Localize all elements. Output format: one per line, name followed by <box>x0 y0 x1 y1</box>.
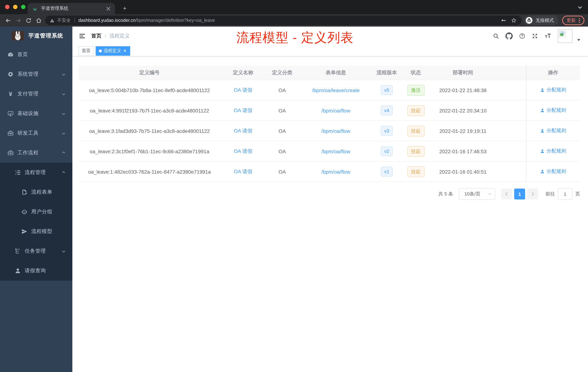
sidebar-item-label: 流程表单 <box>31 189 52 196</box>
cell-actions: 分配规则 <box>526 128 580 134</box>
next-page-button[interactable] <box>527 188 538 199</box>
table-row: oa_leave:4:991f2193-7b7f-11ec-a3c8-acde4… <box>79 100 580 121</box>
tag-active[interactable]: 流程定义 <box>96 46 130 55</box>
home-icon[interactable] <box>33 15 44 25</box>
back-icon[interactable] <box>3 15 13 25</box>
zoom-window-button[interactable] <box>21 5 25 9</box>
font-size-icon[interactable] <box>544 33 552 40</box>
breadcrumb-home[interactable]: 首页 <box>91 33 101 39</box>
form-link[interactable]: /bpm/oa/flow <box>321 148 350 154</box>
cell-version: v2 <box>373 146 400 156</box>
cell-status: 挂起 <box>400 166 431 177</box>
sidebar: 芋道管理系统 首页 系统管理 ¥ 支付管理 基础设施 研发工具 工作流程 流程管… <box>0 27 72 372</box>
column-header: 表单信息 <box>299 69 373 76</box>
sidebar-logo[interactable]: 芋道管理系统 <box>0 27 72 45</box>
cell-category: OA <box>266 128 299 134</box>
version-badge: v4 <box>380 106 393 115</box>
forward-icon[interactable] <box>13 15 23 25</box>
browser-tab[interactable]: 芋道管理系统 <box>28 3 115 14</box>
reload-icon[interactable] <box>23 15 33 25</box>
tab-search-icon[interactable] <box>577 4 583 10</box>
status-badge: 挂起 <box>407 125 425 136</box>
bookmark-star-icon[interactable] <box>511 17 517 23</box>
sidebar-item-leave-query[interactable]: 请假查询 <box>0 261 72 281</box>
sidebar-item-home[interactable]: 首页 <box>0 45 72 65</box>
goto-page-input[interactable] <box>558 188 572 200</box>
cell-category: OA <box>266 87 299 93</box>
sidebar-item-label: 流程管理 <box>25 169 46 176</box>
cell-form: /bpm/oa/flow <box>299 128 373 134</box>
sidebar-item-task-manage[interactable]: 任务管理 <box>0 241 72 261</box>
tab-close-icon[interactable] <box>105 6 111 11</box>
help-icon[interactable] <box>519 33 525 39</box>
incognito-icon <box>525 17 533 24</box>
definition-name-link[interactable]: OA 请假 <box>234 148 252 154</box>
password-key-icon[interactable] <box>501 17 506 23</box>
cell-deploy-time: 2022-01-16 17:46:53 <box>431 148 494 154</box>
hamburger-icon[interactable] <box>79 33 86 40</box>
address-bar[interactable]: 不安全 dashboard.yudao.iocoder.cn/bpm/manag… <box>45 16 521 25</box>
paper-plane-icon <box>21 228 28 235</box>
assign-rule-link[interactable]: 分配规则 <box>540 168 566 175</box>
form-link[interactable]: /bpm/oa/flow <box>321 128 350 134</box>
tab-title: 芋道管理系统 <box>41 5 105 12</box>
cell-category: OA <box>266 108 299 113</box>
browser-menu-icon[interactable] <box>579 18 580 23</box>
url-path: /bpm/manager/definition?key=oa_leave <box>136 18 215 23</box>
assign-rule-link[interactable]: 分配规则 <box>540 107 566 114</box>
close-window-button[interactable] <box>5 5 10 9</box>
github-icon[interactable] <box>505 33 513 40</box>
browser-update-button[interactable]: 更新 <box>562 16 584 25</box>
sidebar-item-label: 研发工具 <box>17 130 39 136</box>
cell-actions: 分配规则 <box>526 148 580 155</box>
cell-status: 挂起 <box>400 125 431 136</box>
definition-name-link[interactable]: OA 请假 <box>234 107 252 113</box>
cell-version: v1 <box>373 167 400 176</box>
page-size-select[interactable]: 10条/页 <box>459 188 495 200</box>
current-page-button[interactable]: 1 <box>514 188 525 199</box>
sidebar-item-process-form[interactable]: 流程表单 <box>0 182 72 202</box>
form-link[interactable]: /bpm/oa/leave/create <box>312 87 360 93</box>
minimize-window-button[interactable] <box>13 5 17 9</box>
column-header: 部署时间 <box>431 69 494 76</box>
warning-icon <box>50 18 54 23</box>
definition-name-link[interactable]: OA 请假 <box>234 168 252 174</box>
url-divider <box>74 18 75 23</box>
cell-definition-name: OA 请假 <box>220 148 266 154</box>
sidebar-item-payment[interactable]: ¥ 支付管理 <box>0 84 72 104</box>
user-icon <box>15 268 21 274</box>
assign-rule-link[interactable]: 分配规则 <box>540 148 566 154</box>
security-label[interactable]: 不安全 <box>57 17 71 23</box>
browser-tabstrip: 芋道管理系统 <box>0 0 588 14</box>
cell-version: v4 <box>373 106 400 115</box>
fullscreen-icon[interactable] <box>532 33 538 39</box>
sidebar-item-infrastructure[interactable]: 基础设施 <box>0 104 72 123</box>
column-header: 定义编号 <box>79 69 220 76</box>
monitor-icon <box>7 110 14 117</box>
breadcrumb-separator: / <box>105 33 106 39</box>
tag-close-icon[interactable] <box>123 49 127 53</box>
sidebar-item-system[interactable]: 系统管理 <box>0 65 72 84</box>
screen: 芋道管理系统 不安全 dashboard.yudao.iocoder.cn/bp… <box>0 0 588 372</box>
tags-view-bar: 首页 流程定义 <box>72 45 588 56</box>
assign-rule-link[interactable]: 分配规则 <box>540 128 566 134</box>
sidebar-item-process-manage[interactable]: 流程管理 <box>0 163 72 182</box>
definition-name-link[interactable]: OA 请假 <box>234 87 252 93</box>
new-tab-button[interactable] <box>121 4 129 12</box>
caret-down-icon[interactable] <box>577 37 581 41</box>
form-link[interactable]: /bpm/oa/flow <box>321 169 350 175</box>
sidebar-item-label: 基础设施 <box>17 110 39 117</box>
definition-name-link[interactable]: OA 请假 <box>234 128 252 133</box>
sidebar-item-dev-tools[interactable]: 研发工具 <box>0 123 72 143</box>
avatar[interactable] <box>558 29 572 43</box>
search-icon[interactable] <box>493 33 499 39</box>
column-header: 流程版本 <box>373 69 400 76</box>
assign-rule-link[interactable]: 分配规则 <box>540 87 566 93</box>
form-link[interactable]: /bpm/oa/flow <box>321 108 350 113</box>
cell-category: OA <box>266 169 299 175</box>
prev-page-button[interactable] <box>501 188 512 199</box>
sidebar-item-user-group[interactable]: 用户分组 <box>0 202 72 222</box>
sidebar-item-process-model[interactable]: 流程模型 <box>0 222 72 241</box>
tag-item[interactable]: 首页 <box>79 46 94 55</box>
sidebar-item-workflow[interactable]: 工作流程 <box>0 143 72 163</box>
